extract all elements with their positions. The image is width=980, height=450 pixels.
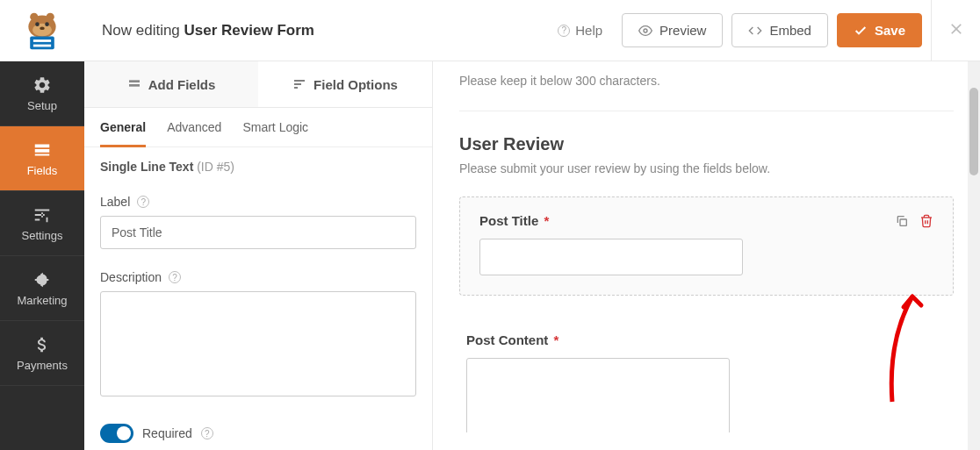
divider: [459, 111, 954, 111]
svg-rect-13: [900, 219, 906, 225]
list-icon: [32, 140, 52, 160]
duplicate-icon[interactable]: [895, 214, 909, 228]
field-block-post-content[interactable]: Post Content *: [459, 317, 954, 432]
field-id: (ID #5): [197, 160, 234, 174]
help-icon[interactable]: ?: [169, 271, 181, 283]
eye-icon: [638, 24, 652, 38]
tab-label: Add Fields: [148, 77, 216, 92]
svg-point-6: [40, 26, 45, 30]
form-icon: [127, 77, 141, 91]
field-type-name: Single Line Text: [100, 160, 193, 174]
sidebar-item-settings[interactable]: Settings: [0, 191, 84, 256]
tab-label: Field Options: [313, 77, 398, 92]
side-label: Payments: [17, 359, 68, 372]
required-asterisk: *: [554, 332, 559, 347]
app-logo: [0, 11, 84, 51]
label-input[interactable]: [100, 216, 416, 249]
svg-rect-8: [33, 39, 51, 42]
subtab-advanced[interactable]: Advanced: [167, 120, 221, 146]
section-description: Please submit your user review by using …: [459, 161, 954, 175]
svg-rect-11: [129, 80, 140, 82]
save-label: Save: [875, 23, 905, 38]
preview-button[interactable]: Preview: [622, 13, 723, 47]
sidebar-item-fields[interactable]: Fields: [0, 126, 84, 191]
field-block-post-title[interactable]: Post Title *: [459, 196, 954, 296]
close-icon: [948, 20, 965, 38]
page-title: Now editing User Review Form: [84, 22, 558, 39]
svg-rect-12: [129, 84, 140, 87]
scrollbar-thumb[interactable]: [969, 88, 978, 175]
sidebar-item-marketing[interactable]: Marketing: [0, 256, 84, 321]
subtab-general[interactable]: General: [100, 120, 146, 147]
tab-add-fields[interactable]: Add Fields: [84, 61, 258, 107]
embed-label: Embed: [769, 23, 811, 38]
char-limit-hint: Please keep it below 300 characters.: [459, 74, 954, 88]
code-icon: [748, 24, 762, 38]
help-icon: ?: [558, 25, 570, 37]
tab-field-options[interactable]: Field Options: [258, 61, 432, 107]
help-label: Help: [575, 23, 602, 38]
sliders-icon: [292, 77, 306, 91]
help-link[interactable]: ? Help: [558, 23, 613, 38]
embed-button[interactable]: Embed: [731, 13, 828, 47]
svg-rect-7: [30, 36, 54, 49]
required-asterisk: *: [544, 213, 549, 228]
dollar-icon: [32, 335, 52, 354]
subtab-smart-logic[interactable]: Smart Logic: [242, 120, 308, 146]
field-label: Post Content: [466, 332, 548, 347]
label-label: Label: [100, 195, 130, 209]
help-icon[interactable]: ?: [137, 196, 149, 208]
save-button[interactable]: Save: [837, 13, 922, 47]
section-title: User Review: [459, 134, 954, 154]
svg-point-5: [45, 22, 49, 26]
help-icon[interactable]: ?: [201, 427, 213, 439]
preview-textarea: [466, 358, 730, 432]
svg-rect-9: [33, 44, 51, 46]
svg-point-3: [32, 23, 52, 36]
preview-label: Preview: [659, 23, 706, 38]
scrollbar-track[interactable]: [968, 61, 980, 450]
sidebar-item-payments[interactable]: Payments: [0, 321, 84, 386]
close-button[interactable]: [948, 17, 965, 44]
description-label: Description: [100, 270, 162, 284]
side-label: Fields: [27, 164, 58, 177]
side-label: Marketing: [17, 294, 67, 307]
required-label: Required: [142, 426, 192, 440]
sidebar-item-setup[interactable]: Setup: [0, 61, 84, 126]
gear-icon: [32, 75, 52, 95]
preview-input: [479, 239, 743, 275]
sliders-icon: [32, 205, 52, 225]
required-toggle[interactable]: [100, 424, 133, 443]
bullhorn-icon: [32, 270, 52, 289]
title-form-name: User Review Form: [184, 22, 314, 39]
svg-point-4: [35, 22, 40, 26]
field-label: Post Title: [479, 213, 538, 228]
svg-point-10: [644, 29, 647, 32]
description-input[interactable]: [100, 291, 416, 396]
side-label: Settings: [22, 229, 63, 242]
title-prefix: Now editing: [102, 22, 180, 39]
trash-icon[interactable]: [919, 214, 933, 228]
side-label: Setup: [27, 99, 57, 112]
check-icon: [854, 24, 868, 38]
